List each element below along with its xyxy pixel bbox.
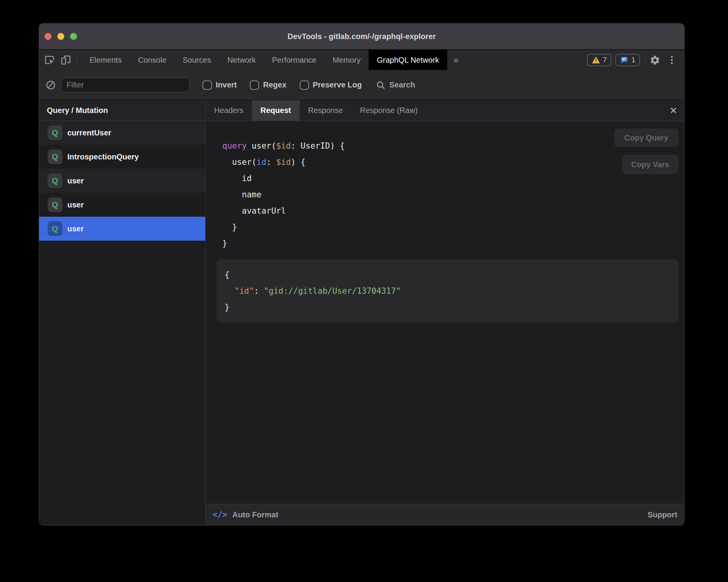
detail-tab-request[interactable]: Request [252, 100, 300, 121]
code-line: } [225, 299, 670, 315]
request-query-code: query user($id: UserID) { user(id: $id) … [222, 138, 684, 252]
message-count: 1 [631, 56, 635, 64]
detail-tab-response[interactable]: Response [300, 100, 352, 121]
query-name: user [67, 176, 84, 185]
filter-checkboxes: InvertRegexPreserve Log [189, 80, 362, 90]
device-toolbar-icon[interactable] [60, 54, 72, 66]
copy-vars-button[interactable]: Copy Vars [622, 155, 678, 174]
checkbox-preserve-log[interactable]: Preserve Log [300, 80, 362, 90]
settings-gear-icon[interactable] [650, 55, 660, 65]
devtools-tabs: ElementsConsoleSourcesNetworkPerformance… [81, 50, 447, 70]
request-variables-box: { "id": "gid://gitlab/User/13704317"} [216, 259, 678, 323]
code-line: user(id: $id) { [222, 154, 684, 170]
code-line: name [222, 187, 684, 203]
tab-network[interactable]: Network [219, 50, 264, 70]
detail-tabs-row: HeadersRequestResponseResponse (Raw) ✕ [206, 100, 684, 121]
tab-elements[interactable]: Elements [81, 50, 130, 70]
query-type-badge: Q [48, 221, 62, 236]
checkbox-invert[interactable]: Invert [203, 80, 237, 90]
code-line: id [222, 170, 684, 187]
window-title: DevTools - gitlab.com/-/graphql-explorer [39, 32, 684, 41]
titlebar: DevTools - gitlab.com/-/graphql-explorer [39, 24, 684, 49]
close-icon[interactable]: ✕ [670, 106, 677, 115]
checkbox-label: Regex [263, 80, 286, 89]
detail-tabs: HeadersRequestResponseResponse (Raw) [206, 100, 426, 121]
code-line: "id": "gid://gitlab/User/13704317" [225, 283, 670, 299]
detail-footer: </> Auto Format Support [206, 504, 684, 525]
issues-warning-badge[interactable]: 7 [587, 54, 612, 66]
query-list-item[interactable]: Quser [39, 169, 205, 193]
toolbar-divider [645, 55, 645, 65]
main-content: Query / Mutation QcurrentUserQIntrospect… [39, 100, 684, 525]
query-name: user [67, 200, 84, 209]
support-link[interactable]: Support [647, 510, 677, 519]
query-type-badge: Q [48, 197, 62, 212]
query-sidebar: Query / Mutation QcurrentUserQIntrospect… [39, 100, 206, 525]
detail-tab-headers[interactable]: Headers [206, 100, 252, 121]
console-messages-badge[interactable]: 1 [615, 54, 640, 66]
checkbox-box[interactable] [300, 80, 309, 90]
query-list-item[interactable]: Quser [39, 193, 205, 217]
toolbar-left-icons [39, 54, 72, 66]
tab-console[interactable]: Console [130, 50, 174, 70]
auto-format-button[interactable]: Auto Format [232, 510, 278, 519]
more-tabs-button[interactable]: » [447, 55, 465, 65]
query-name: user [67, 224, 84, 233]
request-view: query user($id: UserID) { user(id: $id) … [206, 121, 684, 504]
query-list-item[interactable]: Quser [39, 217, 205, 241]
tab-memory[interactable]: Memory [325, 50, 369, 70]
message-bubble-icon [620, 56, 628, 64]
code-line: { [225, 267, 670, 283]
query-name: currentUser [67, 128, 111, 137]
filter-input[interactable] [61, 78, 189, 92]
checkbox-regex[interactable]: Regex [250, 80, 286, 90]
filter-bar: InvertRegexPreserve Log Search [39, 70, 684, 100]
tab-sources[interactable]: Sources [175, 50, 219, 70]
detail-panel: HeadersRequestResponseResponse (Raw) ✕ q… [206, 100, 684, 525]
sidebar-header: Query / Mutation [39, 100, 205, 121]
checkbox-label: Invert [216, 80, 237, 89]
toolbar-right-cluster: 7 1 [587, 54, 676, 66]
tab-graphql-network[interactable]: GraphQL Network [369, 50, 447, 70]
devtools-window: DevTools - gitlab.com/-/graphql-explorer… [39, 23, 685, 526]
warning-count: 7 [603, 56, 607, 64]
clear-block-icon[interactable] [45, 80, 56, 91]
query-type-badge: Q [48, 149, 62, 164]
more-options-icon[interactable] [667, 55, 676, 65]
devtools-toolbar: ElementsConsoleSourcesNetworkPerformance… [39, 50, 684, 70]
code-format-icon: </> [213, 510, 227, 519]
query-list-item[interactable]: QIntrospectionQuery [39, 145, 205, 169]
checkbox-box[interactable] [250, 80, 259, 90]
code-line: } [222, 219, 684, 235]
detail-tab-response-raw[interactable]: Response (Raw) [352, 100, 426, 121]
code-line: } [222, 235, 684, 252]
query-type-badge: Q [48, 125, 62, 140]
tab-performance[interactable]: Performance [264, 50, 325, 70]
checkbox-box[interactable] [203, 80, 212, 90]
code-line: avatarUrl [222, 203, 684, 219]
query-type-badge: Q [48, 173, 62, 188]
inspect-element-icon[interactable] [44, 54, 55, 66]
search-icon [376, 80, 386, 90]
search-button[interactable]: Search [376, 80, 415, 90]
query-list: QcurrentUserQIntrospectionQueryQuserQuse… [39, 121, 205, 241]
checkbox-label: Preserve Log [313, 80, 362, 89]
toolbar-divider [76, 55, 77, 65]
query-list-item[interactable]: QcurrentUser [39, 121, 205, 145]
search-label: Search [389, 80, 415, 89]
query-name: IntrospectionQuery [67, 152, 139, 161]
copy-query-button[interactable]: Copy Query [614, 128, 678, 147]
warning-icon [592, 56, 600, 64]
